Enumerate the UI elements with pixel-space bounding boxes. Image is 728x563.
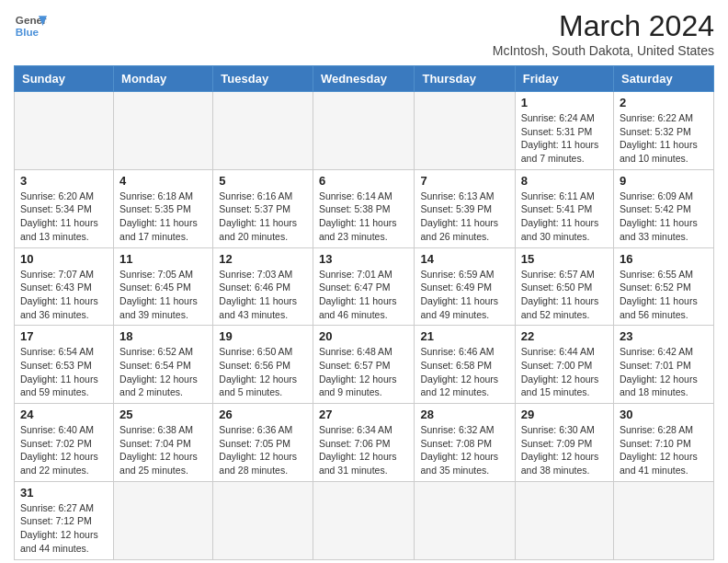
day-info: Sunrise: 6:18 AM Sunset: 5:35 PM Dayligh… [119, 190, 207, 244]
calendar-cell: 22Sunrise: 6:44 AM Sunset: 7:00 PM Dayli… [515, 326, 613, 404]
day-info: Sunrise: 7:03 AM Sunset: 6:46 PM Dayligh… [219, 268, 307, 322]
day-number: 18 [119, 329, 207, 343]
calendar-week-row: 10Sunrise: 7:07 AM Sunset: 6:43 PM Dayli… [15, 247, 714, 326]
day-number: 5 [219, 174, 307, 188]
col-header-monday: Monday [114, 66, 213, 92]
calendar-cell: 4Sunrise: 6:18 AM Sunset: 5:35 PM Daylig… [114, 169, 213, 247]
day-info: Sunrise: 6:13 AM Sunset: 5:39 PM Dayligh… [420, 190, 508, 244]
day-number: 23 [620, 329, 708, 343]
day-info: Sunrise: 6:34 AM Sunset: 7:06 PM Dayligh… [319, 423, 409, 477]
day-number: 28 [420, 408, 508, 421]
day-number: 19 [219, 329, 307, 343]
calendar-cell [213, 92, 313, 170]
day-number: 24 [20, 408, 108, 421]
day-number: 21 [420, 329, 508, 343]
day-info: Sunrise: 6:52 AM Sunset: 6:54 PM Dayligh… [119, 345, 207, 399]
day-info: Sunrise: 6:27 AM Sunset: 7:12 PM Dayligh… [20, 501, 108, 556]
day-info: Sunrise: 6:48 AM Sunset: 6:57 PM Dayligh… [319, 345, 409, 399]
calendar-cell: 9Sunrise: 6:09 AM Sunset: 5:42 PM Daylig… [614, 169, 714, 247]
day-number: 14 [420, 252, 508, 266]
svg-text:Blue: Blue [16, 26, 40, 38]
calendar-cell: 10Sunrise: 7:07 AM Sunset: 6:43 PM Dayli… [15, 247, 114, 326]
day-info: Sunrise: 7:07 AM Sunset: 6:43 PM Dayligh… [20, 268, 108, 322]
header: General Blue March 2024 McIntosh, South … [14, 9, 714, 58]
calendar-cell: 31Sunrise: 6:27 AM Sunset: 7:12 PM Dayli… [15, 481, 114, 559]
day-info: Sunrise: 6:09 AM Sunset: 5:42 PM Dayligh… [620, 190, 708, 244]
calendar-week-row: 3Sunrise: 6:20 AM Sunset: 5:34 PM Daylig… [15, 169, 714, 247]
calendar-cell: 1Sunrise: 6:24 AM Sunset: 5:31 PM Daylig… [515, 92, 613, 170]
day-number: 29 [521, 408, 608, 421]
col-header-sunday: Sunday [15, 66, 114, 92]
day-info: Sunrise: 6:30 AM Sunset: 7:09 PM Dayligh… [521, 423, 608, 477]
day-number: 6 [319, 174, 409, 188]
day-info: Sunrise: 6:44 AM Sunset: 7:00 PM Dayligh… [521, 345, 608, 399]
calendar-cell: 30Sunrise: 6:28 AM Sunset: 7:10 PM Dayli… [614, 404, 714, 482]
day-number: 7 [420, 174, 508, 188]
calendar-cell: 17Sunrise: 6:54 AM Sunset: 6:53 PM Dayli… [15, 326, 114, 404]
title-area: March 2024 McIntosh, South Dakota, Unite… [493, 9, 714, 58]
calendar-header-row: SundayMondayTuesdayWednesdayThursdayFrid… [15, 66, 714, 92]
calendar-cell: 23Sunrise: 6:42 AM Sunset: 7:01 PM Dayli… [614, 326, 714, 404]
day-number: 8 [521, 174, 608, 188]
calendar-cell [515, 481, 613, 559]
day-info: Sunrise: 6:46 AM Sunset: 6:58 PM Dayligh… [420, 345, 508, 399]
day-number: 25 [119, 408, 207, 421]
day-info: Sunrise: 6:28 AM Sunset: 7:10 PM Dayligh… [620, 423, 708, 477]
day-info: Sunrise: 6:55 AM Sunset: 6:52 PM Dayligh… [620, 268, 708, 322]
calendar-cell: 7Sunrise: 6:13 AM Sunset: 5:39 PM Daylig… [415, 169, 515, 247]
calendar-cell: 28Sunrise: 6:32 AM Sunset: 7:08 PM Dayli… [415, 404, 515, 482]
calendar-cell: 26Sunrise: 6:36 AM Sunset: 7:05 PM Dayli… [213, 404, 313, 482]
day-number: 17 [20, 329, 108, 343]
day-number: 20 [319, 329, 409, 343]
calendar-cell [415, 92, 515, 170]
calendar-cell [415, 481, 515, 559]
day-info: Sunrise: 6:36 AM Sunset: 7:05 PM Dayligh… [219, 423, 307, 477]
calendar-cell [614, 481, 714, 559]
calendar-cell: 19Sunrise: 6:50 AM Sunset: 6:56 PM Dayli… [213, 326, 313, 404]
calendar: SundayMondayTuesdayWednesdayThursdayFrid… [14, 65, 714, 560]
calendar-cell: 21Sunrise: 6:46 AM Sunset: 6:58 PM Dayli… [415, 326, 515, 404]
calendar-cell: 3Sunrise: 6:20 AM Sunset: 5:34 PM Daylig… [15, 169, 114, 247]
calendar-cell: 15Sunrise: 6:57 AM Sunset: 6:50 PM Dayli… [515, 247, 613, 326]
day-number: 16 [620, 252, 708, 266]
day-info: Sunrise: 6:50 AM Sunset: 6:56 PM Dayligh… [219, 345, 307, 399]
day-number: 10 [20, 252, 108, 266]
calendar-week-row: 24Sunrise: 6:40 AM Sunset: 7:02 PM Dayli… [15, 404, 714, 482]
day-info: Sunrise: 6:24 AM Sunset: 5:31 PM Dayligh… [521, 111, 608, 166]
day-info: Sunrise: 6:38 AM Sunset: 7:04 PM Dayligh… [119, 423, 207, 477]
calendar-cell: 11Sunrise: 7:05 AM Sunset: 6:45 PM Dayli… [114, 247, 213, 326]
day-number: 26 [219, 408, 307, 421]
calendar-cell [213, 481, 313, 559]
day-number: 15 [521, 252, 608, 266]
day-number: 9 [620, 174, 708, 188]
day-number: 12 [219, 252, 307, 266]
calendar-cell: 14Sunrise: 6:59 AM Sunset: 6:49 PM Dayli… [415, 247, 515, 326]
calendar-cell: 6Sunrise: 6:14 AM Sunset: 5:38 PM Daylig… [313, 169, 415, 247]
day-number: 30 [620, 408, 708, 421]
day-number: 3 [20, 174, 108, 188]
day-number: 11 [119, 252, 207, 266]
calendar-cell [114, 92, 213, 170]
calendar-cell: 20Sunrise: 6:48 AM Sunset: 6:57 PM Dayli… [313, 326, 415, 404]
day-number: 27 [319, 408, 409, 421]
day-info: Sunrise: 7:01 AM Sunset: 6:47 PM Dayligh… [319, 268, 409, 322]
location-title: McIntosh, South Dakota, United States [493, 43, 714, 58]
day-number: 2 [620, 96, 708, 109]
day-info: Sunrise: 6:22 AM Sunset: 5:32 PM Dayligh… [620, 111, 708, 166]
col-header-tuesday: Tuesday [213, 66, 313, 92]
day-number: 31 [20, 486, 108, 500]
day-info: Sunrise: 6:20 AM Sunset: 5:34 PM Dayligh… [20, 190, 108, 244]
col-header-saturday: Saturday [614, 66, 714, 92]
calendar-cell: 12Sunrise: 7:03 AM Sunset: 6:46 PM Dayli… [213, 247, 313, 326]
calendar-cell: 25Sunrise: 6:38 AM Sunset: 7:04 PM Dayli… [114, 404, 213, 482]
logo: General Blue [14, 9, 47, 42]
day-info: Sunrise: 6:14 AM Sunset: 5:38 PM Dayligh… [319, 190, 409, 244]
calendar-week-row: 31Sunrise: 6:27 AM Sunset: 7:12 PM Dayli… [15, 481, 714, 559]
calendar-cell: 2Sunrise: 6:22 AM Sunset: 5:32 PM Daylig… [614, 92, 714, 170]
day-number: 4 [119, 174, 207, 188]
calendar-cell: 24Sunrise: 6:40 AM Sunset: 7:02 PM Dayli… [15, 404, 114, 482]
col-header-friday: Friday [515, 66, 613, 92]
day-number: 13 [319, 252, 409, 266]
calendar-cell: 8Sunrise: 6:11 AM Sunset: 5:41 PM Daylig… [515, 169, 613, 247]
calendar-cell [313, 92, 415, 170]
